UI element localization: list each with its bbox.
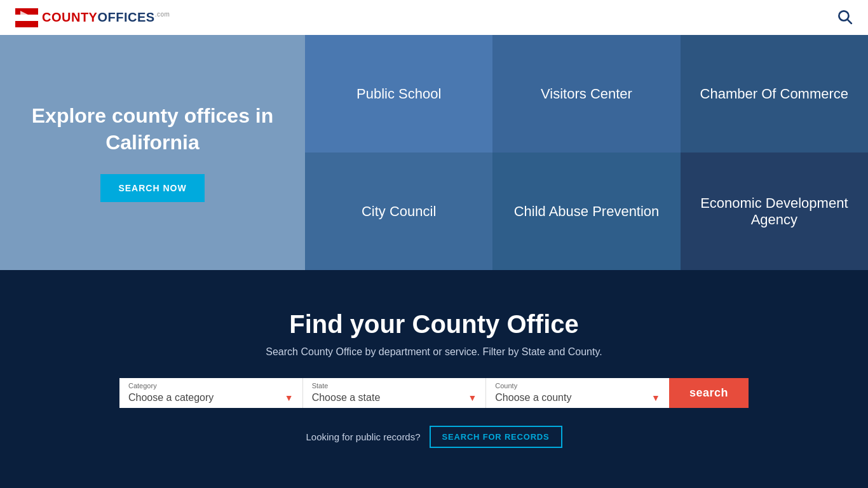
logo-area[interactable]: COUNTYOFFICES.com [15, 8, 170, 27]
grid-tile-tile-2[interactable]: Visitors Center [492, 35, 680, 152]
category-select-wrap: Category Choose a category ▼ [119, 378, 302, 408]
search-icon [836, 8, 853, 25]
chevron-down-icon: ▼ [285, 393, 294, 403]
state-label: State [303, 378, 486, 391]
hero-left-panel: Explore county offices in California SEA… [0, 35, 305, 270]
find-subtitle: Search County Office by department or se… [266, 346, 602, 358]
find-search-button[interactable]: search [669, 378, 749, 408]
category-select[interactable]: Choose a category [128, 392, 282, 403]
search-bar: Category Choose a category ▼ State Choos… [119, 378, 749, 408]
search-now-button[interactable]: SEARCH NOW [100, 174, 204, 202]
search-for-records-button[interactable]: SEARCH FOR RECORDS [430, 426, 562, 448]
category-label: Category [119, 378, 302, 391]
public-records-text: Looking for public records? [306, 431, 420, 442]
svg-rect-1 [15, 8, 38, 15]
svg-line-6 [848, 20, 851, 24]
svg-rect-3 [15, 21, 38, 27]
find-title: Find your County Office [289, 310, 579, 339]
chevron-down-icon: ▼ [651, 393, 660, 403]
grid-tile-tile-5[interactable]: Child Abuse Prevention [492, 152, 680, 270]
hero-section: Explore county offices in California SEA… [0, 35, 868, 270]
logo-brand-text: COUNTYOFFICES.com [42, 10, 170, 25]
grid-tile-tile-1[interactable]: Public School [305, 35, 492, 152]
hero-title: Explore county offices in California [19, 103, 286, 156]
grid-tile-tile-4[interactable]: City Council [305, 152, 492, 270]
svg-rect-2 [15, 15, 38, 21]
state-select[interactable]: Choose a state [312, 392, 466, 403]
grid-tile-tile-3[interactable]: Chamber Of Commerce [681, 35, 868, 152]
header: COUNTYOFFICES.com [0, 0, 868, 35]
logo-flag-icon [15, 8, 38, 27]
find-section: Find your County Office Search County Of… [0, 270, 868, 488]
chevron-down-icon: ▼ [468, 393, 477, 403]
header-search-button[interactable] [836, 8, 853, 27]
state-select-wrap: State Choose a state ▼ [302, 378, 486, 408]
grid-tile-tile-6[interactable]: Economic Development Agency [681, 152, 868, 270]
hero-grid: Public SchoolVisitors CenterChamber Of C… [305, 35, 868, 270]
county-label: County [486, 378, 669, 391]
county-select[interactable]: Choose a county [495, 392, 649, 403]
county-select-wrap: County Choose a county ▼ [485, 378, 669, 408]
public-records-row: Looking for public records? SEARCH FOR R… [306, 426, 562, 448]
